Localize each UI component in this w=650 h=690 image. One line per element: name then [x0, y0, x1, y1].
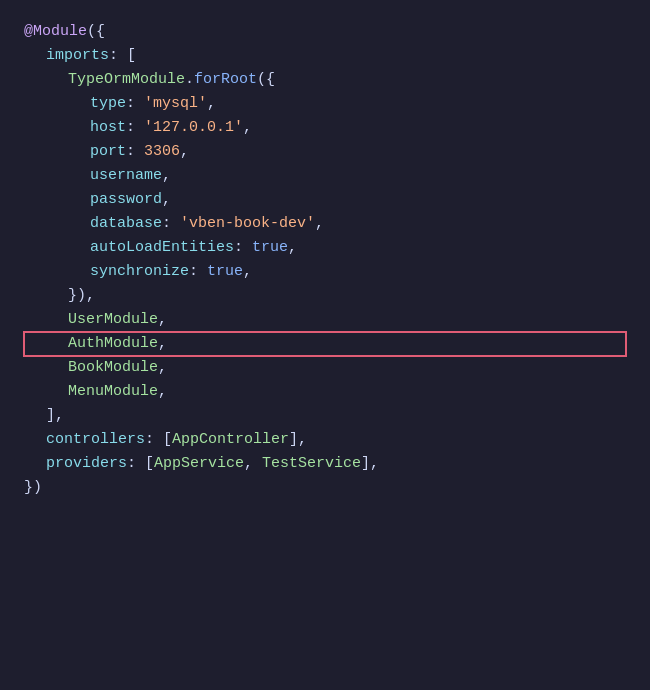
code-token: :	[126, 140, 144, 164]
code-token: @Module	[24, 20, 87, 44]
code-token: host	[90, 116, 126, 140]
code-token: ,	[243, 260, 252, 284]
code-line: type: 'mysql',	[24, 92, 626, 116]
code-token: true	[207, 260, 243, 284]
code-token: autoLoadEntities	[90, 236, 234, 260]
code-token: 'vben-book-dev'	[180, 212, 315, 236]
code-token: :	[126, 116, 144, 140]
code-token: AuthModule	[68, 332, 158, 356]
code-line: }),	[24, 284, 626, 308]
code-line: port: 3306,	[24, 140, 626, 164]
code-token: .	[185, 68, 194, 92]
code-token: synchronize	[90, 260, 189, 284]
code-token: '127.0.0.1'	[144, 116, 243, 140]
code-token: TypeOrmModule	[68, 68, 185, 92]
code-token: }),	[68, 284, 95, 308]
code-token: ],	[361, 452, 379, 476]
code-token: BookModule	[68, 356, 158, 380]
code-token: : [	[127, 452, 154, 476]
code-token: 3306	[144, 140, 180, 164]
code-token: port	[90, 140, 126, 164]
code-token: 'mysql'	[144, 92, 207, 116]
code-token: AppController	[172, 428, 289, 452]
code-token: : [	[109, 44, 136, 68]
code-editor: @Module({imports: [TypeOrmModule.forRoot…	[0, 0, 650, 520]
code-line: @Module({	[24, 20, 626, 44]
code-line: autoLoadEntities: true,	[24, 236, 626, 260]
code-token: :	[234, 236, 252, 260]
code-line: UserModule,	[24, 308, 626, 332]
code-line: synchronize: true,	[24, 260, 626, 284]
code-token: ({	[257, 68, 275, 92]
code-token: TestService	[262, 452, 361, 476]
code-line: password,	[24, 188, 626, 212]
code-token: ,	[315, 212, 324, 236]
code-token: ,	[158, 380, 167, 404]
code-token: ,	[162, 188, 171, 212]
code-line: MenuModule,	[24, 380, 626, 404]
code-line: ],	[24, 404, 626, 428]
code-line: host: '127.0.0.1',	[24, 116, 626, 140]
code-token: ,	[162, 164, 171, 188]
code-token: type	[90, 92, 126, 116]
code-line: controllers: [AppController],	[24, 428, 626, 452]
code-token: :	[162, 212, 180, 236]
code-token: ,	[158, 332, 167, 356]
code-line: TypeOrmModule.forRoot({	[24, 68, 626, 92]
code-token: imports	[46, 44, 109, 68]
code-token: providers	[46, 452, 127, 476]
code-line: providers: [AppService, TestService],	[24, 452, 626, 476]
code-token: :	[126, 92, 144, 116]
code-token: ,	[158, 308, 167, 332]
code-token: ],	[46, 404, 64, 428]
code-token: ,	[288, 236, 297, 260]
code-token: database	[90, 212, 162, 236]
highlighted-line: AuthModule,	[24, 332, 626, 356]
code-line: imports: [	[24, 44, 626, 68]
code-token: : [	[145, 428, 172, 452]
code-token: forRoot	[194, 68, 257, 92]
code-token: :	[189, 260, 207, 284]
code-line: username,	[24, 164, 626, 188]
code-token: ,	[180, 140, 189, 164]
code-token: ,	[243, 116, 252, 140]
code-token: MenuModule	[68, 380, 158, 404]
code-line: })	[24, 476, 626, 500]
code-token: ],	[289, 428, 307, 452]
code-token: controllers	[46, 428, 145, 452]
code-line: BookModule,	[24, 356, 626, 380]
code-token: ,	[244, 452, 262, 476]
code-line: database: 'vben-book-dev',	[24, 212, 626, 236]
code-token: })	[24, 476, 42, 500]
code-token: username	[90, 164, 162, 188]
code-token: UserModule	[68, 308, 158, 332]
code-token: ,	[158, 356, 167, 380]
code-token: ({	[87, 20, 105, 44]
code-token: ,	[207, 92, 216, 116]
code-token: AppService	[154, 452, 244, 476]
code-token: password	[90, 188, 162, 212]
code-token: true	[252, 236, 288, 260]
